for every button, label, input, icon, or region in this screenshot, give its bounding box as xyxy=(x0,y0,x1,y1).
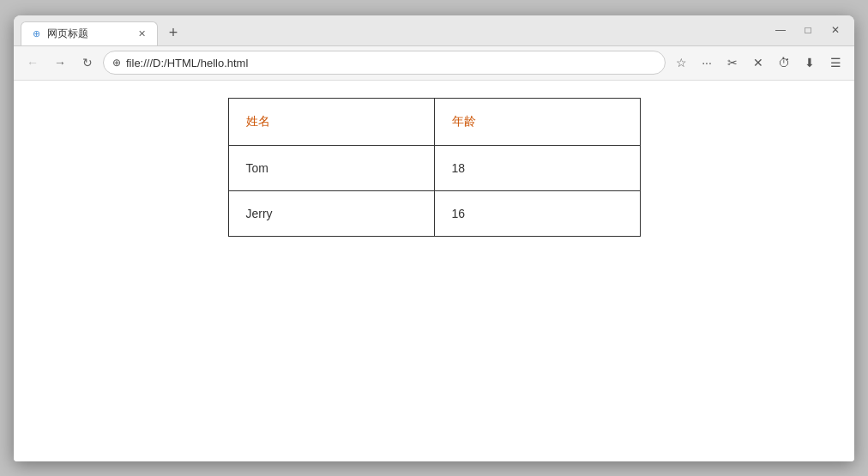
table-row: Jerry16 xyxy=(228,190,640,236)
page-content: 姓名 年龄 Tom18Jerry16 xyxy=(14,81,854,461)
table-row: Tom18 xyxy=(228,145,640,190)
active-tab[interactable]: ⊕ 网页标题 ✕ xyxy=(21,21,158,45)
new-tab-button[interactable]: + xyxy=(161,21,185,45)
address-lock-icon: ⊕ xyxy=(112,57,121,69)
tab-label: 网页标题 xyxy=(47,27,130,41)
cell-age: 16 xyxy=(434,190,640,236)
scissors-icon[interactable]: ✕ xyxy=(746,51,770,75)
cell-name: Jerry xyxy=(228,190,434,236)
extensions-icon[interactable]: ✂ xyxy=(720,51,744,75)
maximize-button[interactable]: □ xyxy=(796,18,820,42)
window-controls: — □ ✕ xyxy=(769,18,847,42)
cell-age: 18 xyxy=(434,145,640,190)
address-input[interactable] xyxy=(126,57,656,69)
tab-favicon-icon: ⊕ xyxy=(30,27,42,39)
toolbar: ← → ↻ ⊕ ☆ ··· ✂ ✕ ⏱ ⬇ ☰ xyxy=(14,46,854,81)
toolbar-actions: ☆ ··· ✂ ✕ ⏱ ⬇ ☰ xyxy=(669,51,847,75)
tab-close-button[interactable]: ✕ xyxy=(135,27,148,40)
browser-window: ⊕ 网页标题 ✕ + — □ ✕ ← → ↻ ⊕ ☆ ··· ✂ ✕ ⏱ ⬇ ☰ xyxy=(14,15,854,461)
menu-icon[interactable]: ☰ xyxy=(823,51,847,75)
tab-area: ⊕ 网页标题 ✕ + xyxy=(21,15,762,45)
address-bar-container[interactable]: ⊕ xyxy=(103,51,666,75)
column-header-name: 姓名 xyxy=(228,98,434,145)
forward-button[interactable]: → xyxy=(48,51,72,75)
more-options-icon[interactable]: ··· xyxy=(695,51,719,75)
close-button[interactable]: ✕ xyxy=(823,18,847,42)
cell-name: Tom xyxy=(228,145,434,190)
history-icon[interactable]: ⏱ xyxy=(772,51,796,75)
data-table: 姓名 年龄 Tom18Jerry16 xyxy=(228,98,641,237)
title-bar: ⊕ 网页标题 ✕ + — □ ✕ xyxy=(14,15,854,46)
minimize-button[interactable]: — xyxy=(769,18,793,42)
reload-button[interactable]: ↻ xyxy=(75,51,99,75)
bookmark-icon[interactable]: ☆ xyxy=(669,51,693,75)
table-header-row: 姓名 年龄 xyxy=(228,98,640,145)
column-header-age: 年龄 xyxy=(434,98,640,145)
download-icon[interactable]: ⬇ xyxy=(798,51,822,75)
back-button[interactable]: ← xyxy=(21,51,45,75)
